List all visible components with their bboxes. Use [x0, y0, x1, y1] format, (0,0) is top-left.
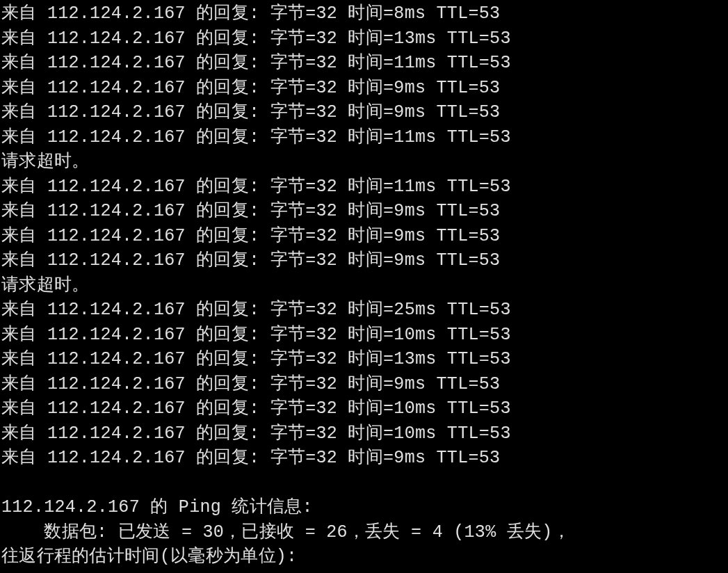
- ping-stats-rtt-header: 往返行程的估计时间(以毫秒为单位):: [1, 544, 728, 570]
- terminal-output: 来自 112.124.2.167 的回复: 字节=32 时间=8ms TTL=5…: [1, 1, 728, 570]
- ping-reply-line: 来自 112.124.2.167 的回复: 字节=32 时间=11ms TTL=…: [1, 51, 728, 76]
- ping-reply-line: 来自 112.124.2.167 的回复: 字节=32 时间=9ms TTL=5…: [1, 372, 728, 397]
- ping-reply-line: 来自 112.124.2.167 的回复: 字节=32 时间=11ms TTL=…: [1, 175, 728, 200]
- ping-reply-line: 来自 112.124.2.167 的回复: 字节=32 时间=11ms TTL=…: [1, 125, 728, 150]
- ping-reply-line: 来自 112.124.2.167 的回复: 字节=32 时间=9ms TTL=5…: [1, 224, 728, 249]
- ping-reply-line: 来自 112.124.2.167 的回复: 字节=32 时间=13ms TTL=…: [1, 347, 728, 372]
- ping-reply-line: 来自 112.124.2.167 的回复: 字节=32 时间=8ms TTL=5…: [1, 1, 728, 26]
- blank-line: [1, 471, 728, 496]
- ping-reply-line: 来自 112.124.2.167 的回复: 字节=32 时间=9ms TTL=5…: [1, 199, 728, 224]
- ping-reply-line: 来自 112.124.2.167 的回复: 字节=32 时间=13ms TTL=…: [1, 26, 728, 51]
- ping-reply-line: 来自 112.124.2.167 的回复: 字节=32 时间=25ms TTL=…: [1, 298, 728, 323]
- ping-timeout-line: 请求超时。: [1, 150, 728, 175]
- ping-stats-packets: 数据包: 已发送 = 30，已接收 = 26，丢失 = 4 (13% 丢失)，: [1, 520, 728, 545]
- ping-reply-line: 来自 112.124.2.167 的回复: 字节=32 时间=10ms TTL=…: [1, 323, 728, 348]
- ping-stats-header: 112.124.2.167 的 Ping 统计信息:: [1, 495, 728, 520]
- ping-reply-line: 来自 112.124.2.167 的回复: 字节=32 时间=10ms TTL=…: [1, 421, 728, 446]
- ping-reply-line: 来自 112.124.2.167 的回复: 字节=32 时间=9ms TTL=5…: [1, 100, 728, 125]
- ping-reply-line: 来自 112.124.2.167 的回复: 字节=32 时间=10ms TTL=…: [1, 396, 728, 421]
- ping-reply-line: 来自 112.124.2.167 的回复: 字节=32 时间=9ms TTL=5…: [1, 76, 728, 101]
- ping-reply-line: 来自 112.124.2.167 的回复: 字节=32 时间=9ms TTL=5…: [1, 248, 728, 273]
- ping-timeout-line: 请求超时。: [1, 273, 728, 298]
- ping-reply-line: 来自 112.124.2.167 的回复: 字节=32 时间=9ms TTL=5…: [1, 446, 728, 471]
